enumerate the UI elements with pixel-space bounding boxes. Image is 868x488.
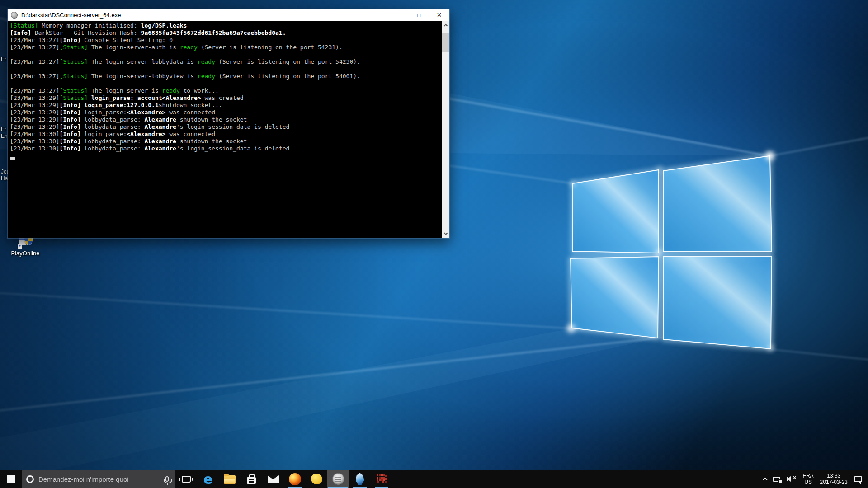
console-line	[10, 66, 440, 73]
taskbar: FRA US 13:33 2017-03-23	[0, 470, 868, 488]
close-icon: ×	[437, 10, 442, 20]
tray-overflow-button[interactable]	[760, 470, 770, 488]
edge-icon	[202, 473, 214, 485]
console-text-segment: [23/Mar 13:29]	[10, 116, 60, 123]
console-text-segment: login_parse:	[81, 131, 127, 137]
desktop-icon-playonline[interactable]: PlayOnline	[5, 236, 45, 257]
console-text-segment: 9a6835fa943f5672dd61f52ba69a7caebbebd0a1…	[141, 29, 286, 36]
console-text-segment: was connected	[165, 131, 215, 137]
language-indicator[interactable]: FRA US	[800, 470, 817, 488]
console-line: [23/Mar 13:29][Status] login_parse: acco…	[10, 94, 440, 102]
console-text-segment: [23/Mar 13:27]	[10, 44, 60, 51]
taskbar-app-red-app[interactable]	[371, 470, 392, 488]
console-app-icon	[11, 12, 18, 19]
console-text-segment: (Server is listening on the port 54231).	[198, 44, 343, 51]
console-text-segment: [Status]	[60, 73, 88, 80]
system-tray: FRA US 13:33 2017-03-23	[760, 470, 868, 488]
taskbar-app-ffxi-crystal[interactable]	[349, 470, 371, 488]
console-line: [23/Mar 13:27][Info] Console Silent Sett…	[10, 37, 440, 44]
console-text-segment: Console Silent Setting: 0	[81, 37, 173, 43]
clock[interactable]: 13:33 2017-03-23	[817, 470, 851, 488]
scroll-down-button[interactable]	[442, 230, 449, 238]
speaker-muted-icon	[787, 476, 797, 482]
console-text-segment: lobbydata_parse:	[81, 145, 145, 152]
console-text-segment: [23/Mar 13:29]	[10, 102, 60, 108]
console-text-segment: [23/Mar 13:30]	[10, 145, 60, 152]
search-input[interactable]	[38, 475, 160, 483]
language-primary: FRA	[803, 473, 814, 479]
console-text-segment: [Status]	[60, 58, 88, 65]
network-plug-glyph	[779, 480, 782, 483]
partial-desktop-label: Er	[1, 56, 6, 62]
scrollbar-thumb[interactable]	[442, 33, 449, 52]
playonline-icon	[17, 236, 33, 249]
console-line: [23/Mar 13:27][Status] The login-server-…	[10, 73, 440, 80]
maximize-button[interactable]: □	[409, 9, 429, 21]
task-view-button[interactable]	[175, 470, 197, 488]
taskbar-app-yellow-app[interactable]	[306, 470, 327, 488]
console-line: [23/Mar 13:27][Status] The login-server …	[10, 87, 440, 94]
taskbar-app-firefox[interactable]	[284, 470, 306, 488]
console-text-segment: [Info]	[10, 29, 31, 36]
console-body: [Status] Memory manager initialised: log…	[8, 21, 449, 238]
task-view-icon	[182, 476, 191, 483]
console-text-segment: [Status]	[60, 87, 88, 94]
taskbar-app-edge[interactable]	[197, 470, 219, 488]
window-title: D:\darkstar\DSConnect-server_64.exe	[21, 12, 121, 19]
console-text-segment: [Info]	[60, 138, 81, 145]
console-text-segment: [23/Mar 13:29]	[10, 123, 60, 130]
taskbar-app-file-explorer[interactable]	[219, 470, 241, 488]
cortana-icon	[26, 475, 34, 483]
minimize-icon: –	[396, 10, 400, 18]
clock-date: 2017-03-23	[820, 479, 848, 485]
console-text-segment: Memory manager initialised:	[38, 22, 141, 29]
red-app-icon	[376, 474, 387, 484]
firefox-icon	[289, 473, 301, 485]
desktop-icon-label: PlayOnline	[11, 250, 40, 257]
scroll-up-button[interactable]	[442, 21, 449, 28]
network-tray-button[interactable]	[770, 470, 783, 488]
taskbar-spacer	[392, 470, 760, 488]
console-text-segment: [Status]	[60, 44, 88, 51]
cortana-search-box[interactable]	[22, 470, 175, 488]
console-titlebar[interactable]: D:\darkstar\DSConnect-server_64.exe – □ …	[8, 9, 449, 21]
desktop-screen: Er Er En Jou Ha D:\darkstar\DSConnect-se…	[0, 0, 868, 488]
console-text-segment: [Status]	[10, 22, 38, 29]
console-line: [23/Mar 13:30][Info] lobbydata_parse: Al…	[10, 138, 440, 145]
console-line: [23/Mar 13:29][Info] lobbydata_parse: Al…	[10, 116, 440, 123]
console-text-segment: The login-server is	[88, 87, 162, 94]
close-button[interactable]: ×	[429, 9, 449, 21]
console-text-segment: lobbydata_parse:	[81, 138, 145, 145]
console-cursor	[10, 157, 15, 160]
console-text-segment: login_parse:127.0.0.1	[84, 102, 158, 108]
console-text-segment: <Alexandre>	[127, 109, 165, 116]
console-text-segment: ready	[180, 44, 198, 51]
ffxi-crystal-icon	[356, 473, 364, 485]
console-text-segment: [Info]	[60, 37, 81, 43]
console-output: [Status] Memory manager initialised: log…	[10, 22, 440, 160]
console-text-segment: ready	[198, 58, 215, 65]
minimize-button[interactable]: –	[388, 9, 409, 21]
console-text-segment: 's login_session_data is deleted	[176, 123, 289, 130]
taskbar-app-darkstar-server[interactable]	[327, 470, 349, 488]
console-text-segment: [Info]	[60, 145, 81, 152]
microphone-icon[interactable]	[165, 476, 169, 482]
console-line: [23/Mar 13:30][Info] login_parse:<Alexan…	[10, 131, 440, 138]
console-line: [23/Mar 13:27][Status] The login-server-…	[10, 58, 440, 66]
console-scrollbar[interactable]	[442, 21, 449, 238]
console-text-segment: [Info]	[60, 109, 81, 116]
console-text-segment: shutdown the socket	[176, 116, 247, 123]
console-text-segment: [Info]	[60, 131, 81, 137]
chevron-up-icon	[763, 478, 767, 482]
taskbar-app-store[interactable]	[241, 470, 262, 488]
console-line: [23/Mar 13:29][Info] lobbydata_parse: Al…	[10, 123, 440, 131]
action-center-button[interactable]	[851, 470, 865, 488]
network-icon	[773, 477, 780, 482]
console-line: [Info] DarkStar - Git Revision Hash: 9a6…	[10, 29, 440, 37]
console-text-segment: Alexandre	[144, 116, 176, 123]
start-button[interactable]	[0, 470, 22, 488]
volume-tray-button[interactable]	[783, 470, 800, 488]
taskbar-app-mail[interactable]	[262, 470, 284, 488]
console-text-segment: ready	[198, 73, 215, 80]
console-text-segment: [23/Mar 13:30]	[10, 131, 60, 137]
